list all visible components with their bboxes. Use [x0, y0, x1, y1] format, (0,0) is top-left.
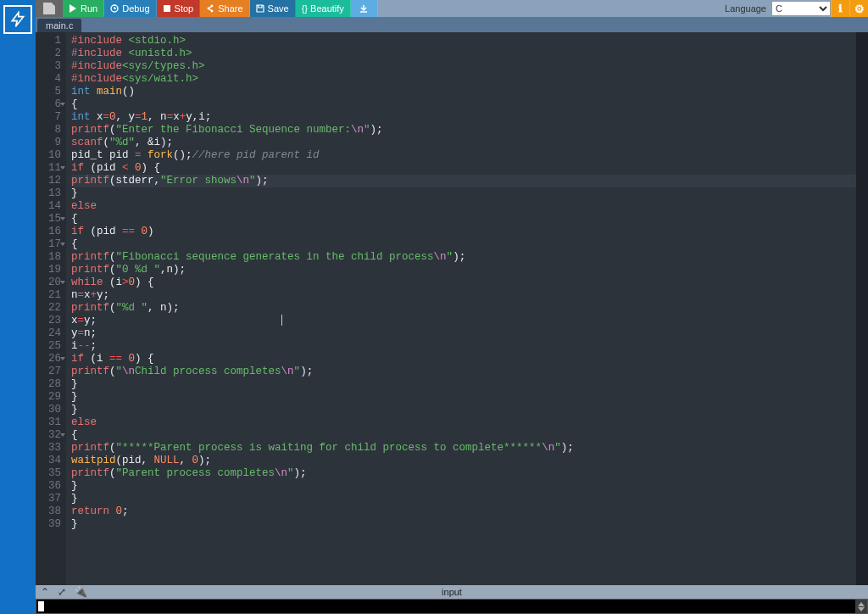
code-line[interactable]: x=y;	[71, 315, 868, 327]
code-line[interactable]: {	[71, 98, 868, 111]
stop-label: Stop	[175, 3, 194, 14]
download-button[interactable]	[351, 0, 378, 17]
code-line[interactable]: else	[71, 200, 868, 213]
code-line[interactable]: n=x+y;	[71, 289, 868, 302]
code-line[interactable]: printf("Fibonacci sequence generates in …	[71, 251, 868, 264]
save-label: Save	[268, 3, 289, 14]
code-line[interactable]: }	[71, 518, 868, 531]
console-scrollbar[interactable]	[855, 600, 867, 613]
code-line[interactable]: i--;	[71, 340, 868, 353]
status-bar: ⌃ ⤢ 🔌 input	[36, 585, 868, 599]
code-line[interactable]: }	[71, 391, 868, 404]
code-line[interactable]: }	[71, 480, 868, 493]
stop-icon	[163, 4, 171, 13]
code-line[interactable]: }	[71, 378, 868, 391]
save-icon	[256, 4, 264, 13]
language-select[interactable]: C	[771, 1, 831, 16]
code-line[interactable]: printf("\nChild process completes\n");	[71, 366, 868, 378]
new-file-button[interactable]	[36, 0, 63, 17]
code-line[interactable]: }	[71, 404, 868, 416]
language-label: Language	[720, 0, 771, 17]
save-button[interactable]: Save	[250, 0, 296, 17]
code-line[interactable]: scanf("%d", &i);	[71, 137, 868, 149]
share-button[interactable]: Share	[200, 0, 249, 17]
expand-icon[interactable]: ⤢	[58, 586, 66, 598]
code-line[interactable]: int x=0, y=1, n=x+y,i;	[71, 111, 868, 124]
svg-point-4	[211, 10, 214, 13]
gear-icon: ⚙	[854, 3, 865, 15]
settings-button[interactable]: ⚙	[849, 0, 868, 17]
code-line[interactable]: printf("Enter the Fibonacci Sequence num…	[71, 124, 868, 137]
input-label: input	[442, 587, 462, 597]
brand-logo	[3, 5, 32, 34]
code-line[interactable]: if (pid < 0) {	[71, 162, 868, 175]
code-line[interactable]: #include <stdio.h>	[71, 35, 868, 47]
code-line[interactable]: else	[71, 416, 868, 429]
code-line[interactable]: #include <unistd.h>	[71, 47, 868, 60]
run-label: Run	[81, 3, 97, 14]
svg-point-3	[211, 5, 214, 8]
code-line[interactable]: waitpid(pid, NULL, 0);	[71, 455, 868, 467]
debug-label: Debug	[122, 3, 149, 14]
line-gutter: 1234567891011121314151617181920212223242…	[36, 32, 66, 585]
code-line[interactable]: return 0;	[71, 505, 868, 518]
code-line[interactable]: }	[71, 187, 868, 200]
code-line[interactable]: y=n;	[71, 327, 868, 340]
info-icon: ℹ	[838, 3, 843, 14]
code-line[interactable]: int main()	[71, 86, 868, 98]
chevron-up-icon[interactable]: ⌃	[41, 586, 49, 598]
code-line[interactable]: }	[71, 493, 868, 505]
code-line[interactable]: pid_t pid = fork();//here pid parent id	[71, 149, 868, 162]
svg-rect-1	[164, 5, 170, 12]
scroll-down-button[interactable]	[857, 606, 865, 612]
code-line[interactable]: {	[71, 213, 868, 226]
text-cursor	[281, 315, 282, 326]
brand-sidebar	[0, 0, 36, 614]
code-line[interactable]: {	[71, 238, 868, 251]
info-button[interactable]: ℹ	[831, 0, 849, 17]
download-icon	[359, 4, 368, 13]
share-label: Share	[218, 3, 242, 14]
tab-file[interactable]: main.c	[37, 19, 81, 32]
svg-point-2	[208, 8, 210, 10]
debug-button[interactable]: Debug	[104, 0, 156, 17]
code-line[interactable]: while (i>0) {	[71, 276, 868, 289]
code-line[interactable]: #include<sys/wait.h>	[71, 73, 868, 86]
play-icon	[69, 4, 77, 13]
code-line[interactable]: printf(stderr,"Error shows\n");	[71, 175, 868, 187]
console-input[interactable]	[36, 599, 868, 614]
code-line[interactable]: if (pid == 0)	[71, 226, 868, 238]
beautify-label: {} Beautify	[302, 3, 344, 14]
code-line[interactable]: printf("%d ", n);	[71, 302, 868, 315]
code-line[interactable]: {	[71, 429, 868, 442]
run-button[interactable]: Run	[63, 0, 104, 17]
editor-scrollbar[interactable]	[856, 32, 868, 585]
code-line[interactable]: printf("*****Parent process is waiting f…	[71, 442, 868, 455]
code-line[interactable]: if (i == 0) {	[71, 353, 868, 366]
beautify-button[interactable]: {} Beautify	[296, 0, 351, 17]
code-line[interactable]: printf("Parent process completes\n");	[71, 467, 868, 480]
toolbar: Run Debug Stop Share Save {} Beautify La…	[36, 0, 868, 17]
code-line[interactable]: printf("0 %d ",n);	[71, 264, 868, 276]
clock-icon	[110, 4, 119, 13]
code-line[interactable]: #include<sys/types.h>	[71, 60, 868, 73]
tab-strip: main.c	[36, 17, 868, 32]
share-icon	[206, 4, 214, 13]
code-editor[interactable]: 1234567891011121314151617181920212223242…	[36, 32, 868, 585]
code-area[interactable]: #include <stdio.h>#include <unistd.h>#in…	[66, 32, 868, 585]
document-icon	[43, 3, 55, 14]
plug-icon[interactable]: 🔌	[75, 586, 87, 598]
stop-button[interactable]: Stop	[157, 0, 201, 17]
